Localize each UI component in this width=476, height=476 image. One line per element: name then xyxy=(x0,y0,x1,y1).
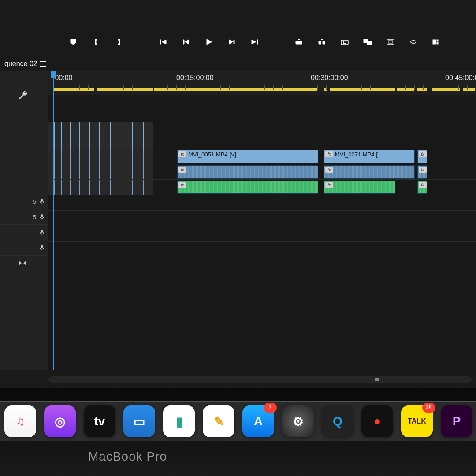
clip[interactable]: fx xyxy=(177,165,318,178)
quicktime-icon[interactable]: Q xyxy=(322,405,353,437)
playhead[interactable] xyxy=(53,71,54,370)
audio-track-header[interactable]: 5 xyxy=(0,194,48,209)
svg-rect-3 xyxy=(367,41,372,45)
audio-track-4[interactable] xyxy=(48,211,476,226)
render-bar xyxy=(154,88,317,91)
notification-badge: 25 xyxy=(422,403,435,413)
audio-track-1[interactable]: fxfxfx xyxy=(48,164,476,180)
timeline[interactable]: :00:0000:15:00:0000:30:00:0000:45:00:00 … xyxy=(48,71,476,370)
mic-icon xyxy=(39,198,45,205)
svg-rect-10 xyxy=(41,214,43,217)
scrollbar-thumb[interactable] xyxy=(375,378,379,381)
svg-rect-8 xyxy=(437,42,438,44)
svg-rect-9 xyxy=(41,199,43,202)
clip[interactable]: fx xyxy=(417,165,427,178)
ruler-tick: 00:30:00:00 xyxy=(311,74,348,82)
goto-out-icon[interactable] xyxy=(250,37,260,47)
in-bracket-icon[interactable] xyxy=(91,37,101,47)
macos-dock: ♫◎tv▭▮✎A3⚙Q●TALK25P xyxy=(0,401,476,441)
premiere-icon[interactable]: P xyxy=(441,405,472,437)
svg-rect-4 xyxy=(387,39,394,45)
svg-rect-5 xyxy=(388,41,393,43)
fx-badge-icon: fx xyxy=(178,151,186,157)
loop-icon[interactable] xyxy=(409,37,418,47)
render-bar xyxy=(330,88,395,91)
master-track[interactable] xyxy=(48,226,476,242)
tracks-area[interactable]: fxMVI_0051.MP4 [V]fxMVI_0071.MP4 [fx fxf… xyxy=(48,95,476,370)
render-bar xyxy=(97,88,153,91)
fx-badge-icon: fx xyxy=(325,151,333,157)
step-back-icon[interactable] xyxy=(181,37,191,47)
premiere-window: quence 02 5 5 :00:0000:15:00:0000:30:00:… xyxy=(0,0,476,388)
svg-rect-12 xyxy=(41,245,43,248)
video-track-1[interactable]: fxMVI_0051.MP4 [V]fxMVI_0071.MP4 [fx xyxy=(48,149,476,164)
camera-icon[interactable] xyxy=(340,37,350,47)
sequence-tab-label: quence 02 xyxy=(4,60,37,68)
transport-toolbar xyxy=(68,35,472,48)
ruler-tick: 00:45:00:00 xyxy=(445,74,476,82)
safe-margins-icon[interactable] xyxy=(386,37,395,47)
goto-in-icon[interactable] xyxy=(158,37,168,47)
video-track-3[interactable] xyxy=(48,95,476,122)
render-bar xyxy=(417,88,427,91)
master-icon xyxy=(19,260,26,266)
podcasts-icon[interactable]: ◎ xyxy=(44,405,76,437)
audio-track-header[interactable] xyxy=(0,225,48,240)
keynote-icon[interactable]: ▭ xyxy=(123,405,155,437)
out-bracket-icon[interactable] xyxy=(114,37,124,47)
step-fwd-icon[interactable] xyxy=(227,37,237,47)
panel-menu-icon[interactable] xyxy=(40,61,46,67)
appletv-icon[interactable]: tv xyxy=(84,405,115,437)
track-header: 5 5 xyxy=(0,71,49,370)
svg-point-1 xyxy=(343,41,346,44)
clip[interactable]: fx xyxy=(417,150,427,163)
svg-rect-7 xyxy=(437,40,438,41)
timeline-scrollbar[interactable] xyxy=(48,376,472,383)
clip[interactable]: fxMVI_0051.MP4 [V] xyxy=(177,150,318,163)
lift-icon[interactable] xyxy=(294,37,304,47)
clip[interactable]: fx xyxy=(324,165,415,178)
play-icon[interactable] xyxy=(204,37,214,47)
clip[interactable]: fx xyxy=(417,181,427,194)
laptop-brand-label: MacBook Pro xyxy=(88,450,167,464)
video-track-2[interactable] xyxy=(48,122,476,149)
render-bar xyxy=(463,88,475,91)
appstore-icon[interactable]: A3 xyxy=(242,405,274,437)
ruler-tick: 00:15:00:00 xyxy=(176,74,214,82)
mic-icon xyxy=(39,214,45,220)
mic-icon xyxy=(39,245,45,251)
clip[interactable]: fxMVI_0071.MP4 [ xyxy=(324,150,415,163)
audio-track-2[interactable]: fxfxfx xyxy=(48,180,476,195)
settings-btn-icon[interactable] xyxy=(431,37,441,47)
music-icon[interactable]: ♫ xyxy=(4,405,36,437)
marker-icon[interactable] xyxy=(68,37,78,47)
clip-label: MVI_0071.MP4 [ xyxy=(335,151,378,158)
audio-track-header[interactable] xyxy=(0,240,48,256)
clip[interactable]: fx xyxy=(177,181,318,194)
pages-icon[interactable]: ✎ xyxy=(203,405,234,437)
fx-badge-icon: fx xyxy=(419,151,427,157)
kakaotalk-icon[interactable]: TALK25 xyxy=(401,405,433,437)
voice-memos-icon[interactable]: ● xyxy=(361,405,393,437)
audio-track-3[interactable] xyxy=(48,195,476,211)
svg-rect-6 xyxy=(433,40,436,44)
numbers-icon[interactable]: ▮ xyxy=(163,405,195,437)
compare-icon[interactable] xyxy=(363,37,372,47)
clip-label: MVI_0051.MP4 [V] xyxy=(188,151,236,158)
master-track-header[interactable] xyxy=(0,256,48,271)
sequence-tab[interactable]: quence 02 xyxy=(0,57,51,71)
extract-icon[interactable] xyxy=(317,37,327,47)
time-ruler[interactable]: :00:0000:15:00:0000:30:00:0000:45:00:00 xyxy=(48,71,476,96)
mic-icon xyxy=(39,229,45,235)
svg-rect-11 xyxy=(41,230,43,233)
render-bar xyxy=(432,88,460,91)
audio-track-header[interactable]: 5 xyxy=(0,209,48,225)
wrench-icon[interactable] xyxy=(18,90,28,102)
clip[interactable]: fx xyxy=(324,181,395,194)
notification-badge: 3 xyxy=(264,403,277,413)
settings-icon[interactable]: ⚙ xyxy=(282,405,314,437)
